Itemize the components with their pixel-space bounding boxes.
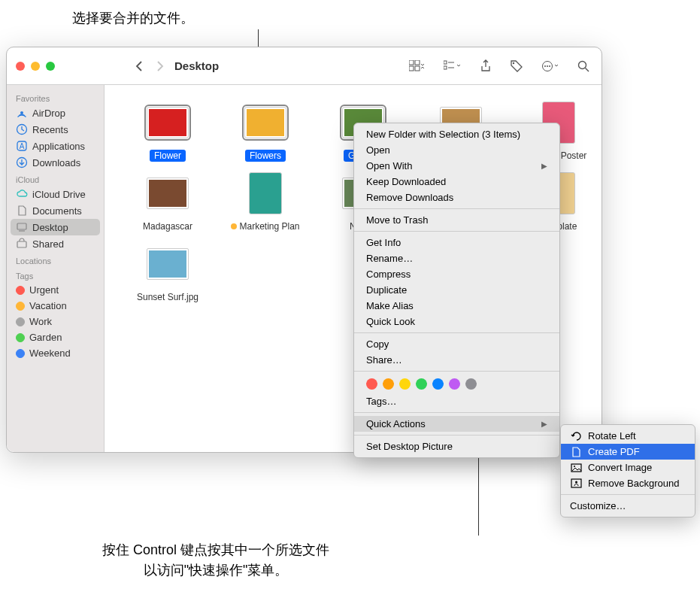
menu-item-quick-look[interactable]: Quick Look — [354, 314, 559, 329]
menu-item-new-folder-with-selection-3-items[interactable]: New Folder with Selection (3 Items) — [354, 126, 559, 142]
svg-point-11 — [547, 65, 548, 67]
group-icon[interactable] — [444, 60, 462, 72]
menu-item-quick-actions[interactable]: Quick Actions▶ — [354, 416, 559, 432]
submenu-item-create-pdf[interactable]: Create PDF — [561, 444, 695, 460]
view-icon-grid[interactable] — [409, 60, 426, 72]
menu-separator — [354, 231, 559, 232]
file-item[interactable]: Madagascar — [120, 169, 216, 232]
file-thumbnail — [144, 240, 192, 288]
nav-buttons — [135, 61, 164, 71]
submenu-item-rotate-left[interactable]: Rotate Left — [561, 428, 695, 444]
tag-color-swatch[interactable] — [416, 378, 427, 390]
menu-item-tags[interactable]: Tags… — [354, 393, 559, 409]
menu-tag-colors — [354, 375, 559, 393]
sidebar-section-favorites: Favorites — [7, 90, 104, 105]
menu-item-open-with[interactable]: Open With▶ — [354, 158, 559, 174]
tag-dot-icon — [16, 349, 25, 358]
sidebar-item-documents[interactable]: Documents — [7, 202, 104, 219]
file-item[interactable]: Flowers — [217, 99, 314, 162]
tag-color-swatch[interactable] — [449, 378, 460, 390]
minimize-button[interactable] — [31, 62, 40, 71]
sidebar-item-shared[interactable]: Shared — [7, 235, 104, 252]
callout-bottom: 按住 Control 键点按其中一个所选文件 以访问"快速操作"菜单。 — [102, 540, 329, 581]
menu-item-share[interactable]: Share… — [354, 352, 559, 368]
file-name: Flowers — [245, 150, 286, 162]
svg-rect-2 — [409, 66, 414, 71]
sidebar-item-label: Recents — [32, 124, 68, 135]
menu-item-copy[interactable]: Copy — [354, 336, 559, 352]
callout-line — [478, 453, 479, 536]
file-item[interactable]: Marketing Plan — [217, 169, 314, 232]
submenu-item-remove-background[interactable]: Remove Background — [561, 475, 695, 491]
menu-item-move-to-trash[interactable]: Move to Trash — [354, 212, 559, 228]
menu-separator — [561, 494, 695, 495]
tag-icon[interactable] — [510, 59, 523, 73]
menu-separator — [354, 435, 559, 435]
toolbar — [409, 59, 602, 73]
menu-item-remove-downloads[interactable]: Remove Downloads — [354, 190, 559, 205]
menu-separator — [354, 371, 559, 372]
menu-separator — [354, 208, 559, 209]
tag-dot-icon — [16, 333, 25, 342]
tag-color-swatch[interactable] — [432, 378, 444, 390]
image-icon — [570, 463, 582, 473]
sidebar-tag-garden[interactable]: Garden — [7, 329, 104, 345]
doc-icon — [16, 205, 28, 217]
tag-dot-icon — [16, 317, 25, 326]
svg-point-12 — [549, 65, 550, 67]
svg-line-14 — [586, 68, 589, 71]
close-button[interactable] — [16, 62, 25, 71]
shared-icon — [16, 238, 28, 250]
submenu-item-customize[interactable]: Customize… — [561, 498, 695, 514]
menu-separator — [354, 332, 559, 333]
forward-button[interactable] — [156, 61, 164, 71]
sidebar-item-airdrop[interactable]: AirDrop — [7, 105, 104, 121]
sidebar-tag-urgent[interactable]: Urgent — [7, 282, 104, 298]
sidebar-section-locations: Locations — [7, 252, 104, 267]
apps-icon: A — [16, 140, 28, 152]
file-thumbnail — [144, 169, 192, 217]
sidebar-section-icloud: iCloud — [7, 171, 104, 186]
chevron-right-icon: ▶ — [541, 420, 547, 428]
tag-dot-icon — [16, 286, 25, 295]
sidebar-item-applications[interactable]: AApplications — [7, 138, 104, 154]
menu-item-make-alias[interactable]: Make Alias — [354, 298, 559, 314]
sidebar-item-label: Applications — [32, 141, 85, 152]
sidebar-tag-work[interactable]: Work — [7, 314, 104, 329]
svg-point-15 — [20, 111, 23, 114]
file-item[interactable]: Sunset Surf.jpg — [120, 240, 216, 303]
submenu-item-convert-image[interactable]: Convert Image — [561, 460, 695, 475]
menu-item-duplicate[interactable]: Duplicate — [354, 282, 559, 298]
back-button[interactable] — [135, 61, 143, 71]
share-icon[interactable] — [480, 59, 492, 73]
action-icon[interactable] — [541, 60, 559, 72]
menu-item-set-desktop-picture[interactable]: Set Desktop Picture — [354, 439, 559, 454]
sidebar-item-label: Documents — [32, 205, 82, 217]
sidebar-item-label: Downloads — [32, 157, 80, 168]
menu-item-open[interactable]: Open — [354, 142, 559, 158]
tag-color-swatch[interactable] — [366, 378, 377, 390]
sidebar-item-downloads[interactable]: Downloads — [7, 154, 104, 171]
menu-item-get-info[interactable]: Get Info — [354, 235, 559, 250]
svg-rect-22 — [17, 241, 26, 247]
menu-item-rename[interactable]: Rename… — [354, 250, 559, 266]
file-item[interactable]: Flower — [120, 99, 216, 162]
tag-color-swatch[interactable] — [383, 378, 394, 390]
search-icon[interactable] — [577, 60, 589, 72]
menu-item-keep-downloaded[interactable]: Keep Downloaded — [354, 174, 559, 190]
sidebar-item-desktop[interactable]: Desktop — [11, 219, 100, 235]
tag-color-swatch[interactable] — [465, 378, 477, 390]
sidebar-item-recents[interactable]: Recents — [7, 121, 104, 138]
sidebar-tag-weekend[interactable]: Weekend — [7, 345, 104, 361]
sidebar-item-icloud-drive[interactable]: iCloud Drive — [7, 186, 104, 202]
sidebar: Favorites AirDropRecentsAApplicationsDow… — [7, 85, 105, 452]
file-thumbnail — [241, 169, 289, 217]
tag-color-swatch[interactable] — [399, 378, 411, 390]
svg-rect-0 — [409, 60, 414, 65]
zoom-button[interactable] — [46, 62, 55, 71]
svg-point-10 — [544, 65, 546, 67]
clock-icon — [16, 123, 28, 135]
sidebar-tag-vacation[interactable]: Vacation — [7, 298, 104, 314]
menu-item-compress[interactable]: Compress — [354, 266, 559, 282]
menu-separator — [354, 412, 559, 413]
